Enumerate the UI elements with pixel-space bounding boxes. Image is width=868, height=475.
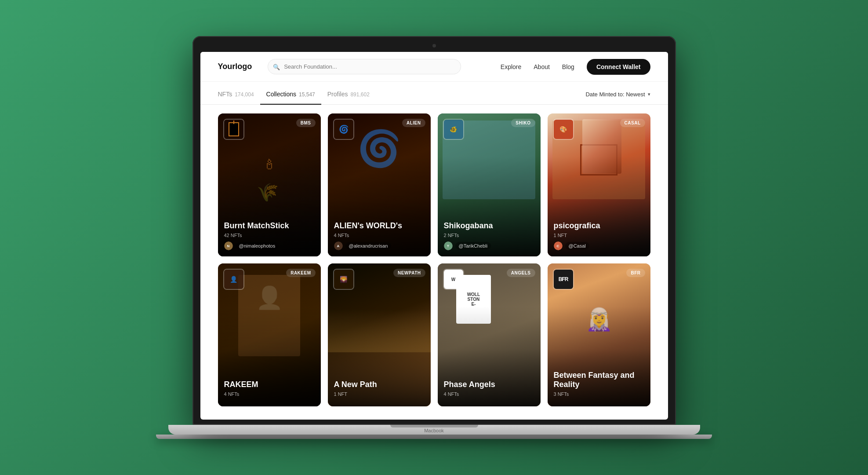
card-content-alien: ALIEN's WORLD's 4 NFTs A @alexandrucrisa… xyxy=(328,215,431,256)
card-casal[interactable]: 🎨 CASAL psicografica 1 NFT C @ xyxy=(548,113,650,256)
card-author-name-shiko: @TarikChebli xyxy=(455,242,491,250)
card-thumb-newpath: 🌄 xyxy=(333,269,354,290)
card-nft-count-newpath: 1 NFT xyxy=(334,391,425,397)
nav-logo: Yourlogo xyxy=(218,62,252,71)
card-shiko[interactable]: 🐠 SHIKO Shikogabana 2 NFTs T @ xyxy=(438,113,541,256)
laptop-model-label: Macbook xyxy=(424,428,444,433)
card-badge-bms: BMS xyxy=(296,119,316,127)
card-nft-count-casal: 1 NFT xyxy=(554,233,644,238)
nav-link-explore[interactable]: Explore xyxy=(501,63,521,70)
card-thumb-casal: 🎨 xyxy=(553,119,574,140)
card-thumb-bfr: BFR xyxy=(553,269,574,290)
card-content-angels: Phase Angels 4 NFTs xyxy=(438,374,541,406)
card-author-name-alien: @alexandrucrisan xyxy=(345,242,392,250)
card-nft-count-shiko: 2 NFTs xyxy=(444,233,534,238)
card-content-newpath: A New Path 1 NFT xyxy=(328,374,431,406)
card-nft-count-bfr: 3 NFTs xyxy=(554,391,644,397)
card-badge-newpath: NEWPATH xyxy=(393,269,425,277)
card-badge-alien: ALIEN xyxy=(402,119,425,127)
card-author-shiko: T @TarikChebli xyxy=(444,241,534,250)
card-author-bms: N @nimaleophotos xyxy=(224,241,315,250)
card-author-avatar-bms: N xyxy=(224,241,233,250)
tab-profiles[interactable]: Profiles 891,602 xyxy=(321,91,376,105)
card-title-bms: Burnt MatchStick xyxy=(224,221,315,231)
nav-links: Explore About Blog Connect Wallet xyxy=(501,59,650,75)
chevron-down-icon: ▾ xyxy=(648,91,650,97)
card-bms[interactable]: 🕯 🌾 BMS xyxy=(218,113,321,256)
laptop-base: Macbook xyxy=(168,425,700,435)
card-bfr[interactable]: 🧝‍♀️ BFR BFR Between Fantasy and Reality… xyxy=(548,263,650,406)
card-thumb-alien: 🌀 xyxy=(333,119,354,140)
card-content-bfr: Between Fantasy and Reality 3 NFTs xyxy=(548,365,650,406)
card-newpath[interactable]: 🌄 NEWPATH A New Path 1 NFT xyxy=(328,263,431,406)
card-title-casal: psicografica xyxy=(554,221,644,231)
card-thumb-shiko: 🐠 xyxy=(443,119,464,140)
card-title-shiko: Shikogabana xyxy=(444,221,534,231)
search-container: 🔍 xyxy=(268,59,461,74)
laptop-screen: Yourlogo 🔍 Explore About Blog Connect Wa… xyxy=(200,52,668,420)
nav-link-blog[interactable]: Blog xyxy=(562,63,574,70)
card-badge-casal: CASAL xyxy=(620,119,645,127)
app-container: Yourlogo 🔍 Explore About Blog Connect Wa… xyxy=(200,52,668,420)
card-content-bms: Burnt MatchStick 42 NFTs N @nimaleophoto… xyxy=(218,215,321,256)
search-icon: 🔍 xyxy=(273,63,280,70)
card-nft-count-alien: 4 NFTs xyxy=(334,233,425,238)
laptop-camera xyxy=(432,44,436,48)
connect-wallet-button[interactable]: Connect Wallet xyxy=(587,59,650,75)
collections-grid: 🕯 🌾 BMS xyxy=(218,113,650,406)
card-author-name-bms: @nimaleophotos xyxy=(236,242,279,250)
card-thumb-bms xyxy=(223,119,244,140)
card-title-newpath: A New Path xyxy=(334,380,425,390)
card-badge-rakeem: RAKEEM xyxy=(286,269,315,277)
laptop-container: Yourlogo 🔍 Explore About Blog Connect Wa… xyxy=(192,36,676,439)
card-author-alien: A @alexandrucrisan xyxy=(334,241,425,250)
sort-dropdown[interactable]: Date Minted to: Newest ▾ xyxy=(585,91,650,98)
card-content-rakeem: RAKEEM 4 NFTs xyxy=(218,374,321,406)
tab-nfts[interactable]: NFTs 174,004 xyxy=(218,91,260,105)
card-nft-count-bms: 42 NFTs xyxy=(224,233,315,238)
card-thumb-angels: W xyxy=(443,269,464,290)
card-author-avatar-casal: C xyxy=(554,241,563,250)
card-rakeem[interactable]: 👤 👤 RAKEEM RAKEEM 4 NFTs xyxy=(218,263,321,406)
card-badge-shiko: SHIKO xyxy=(511,119,535,127)
navbar: Yourlogo 🔍 Explore About Blog Connect Wa… xyxy=(200,52,668,82)
card-author-avatar-shiko: T xyxy=(444,241,453,250)
card-angels[interactable]: WOLLSTONE- W ANGELS Phase Angels 4 NFTs xyxy=(438,263,541,406)
card-title-angels: Phase Angels xyxy=(444,380,534,390)
laptop-bezel: Yourlogo 🔍 Explore About Blog Connect Wa… xyxy=(192,36,676,425)
card-badge-bfr: BFR xyxy=(626,269,645,277)
sort-label: Date Minted to: Newest xyxy=(585,91,645,98)
nav-link-about[interactable]: About xyxy=(534,63,550,70)
card-thumb-rakeem: 👤 xyxy=(223,269,244,290)
card-title-rakeem: RAKEEM xyxy=(224,380,315,390)
card-nft-count-angels: 4 NFTs xyxy=(444,391,534,397)
search-input[interactable] xyxy=(268,59,461,74)
card-author-casal: C @Casal xyxy=(554,241,644,250)
grid-section: 🕯 🌾 BMS xyxy=(200,105,668,420)
card-content-casal: psicografica 1 NFT C @Casal xyxy=(548,215,650,256)
card-title-bfr: Between Fantasy and Reality xyxy=(554,371,644,390)
card-title-alien: ALIEN's WORLD's xyxy=(334,221,425,231)
tab-collections[interactable]: Collections 15,547 xyxy=(260,91,321,105)
laptop-bottom-bar xyxy=(156,435,712,439)
card-badge-angels: ANGELS xyxy=(507,269,535,277)
card-author-name-casal: @Casal xyxy=(565,242,589,250)
card-author-avatar-alien: A xyxy=(334,241,343,250)
filter-bar: NFTs 174,004 Collections 15,547 Profiles… xyxy=(200,82,668,105)
card-alien[interactable]: 🌀 🌀 ALIEN ALIEN's WORLD's 4 NFTs xyxy=(328,113,431,256)
card-nft-count-rakeem: 4 NFTs xyxy=(224,391,315,397)
card-content-shiko: Shikogabana 2 NFTs T @TarikChebli xyxy=(438,215,541,256)
